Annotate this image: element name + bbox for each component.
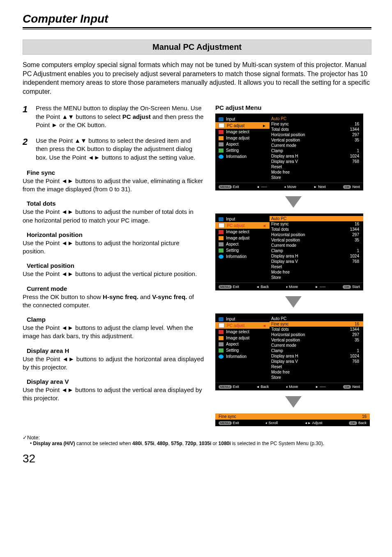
pc-icon <box>219 123 224 128</box>
value-row: Total dots1344 <box>271 127 359 132</box>
arrow-down-icon <box>285 296 302 308</box>
value-row: Display area H1024 <box>271 153 359 159</box>
text: Use the Point ◄► buttons to adjust the h… <box>23 239 204 256</box>
page-number: 32 <box>23 452 371 465</box>
menu-item: Image adjust <box>215 335 270 341</box>
note-heading: ✓Note: <box>23 434 371 441</box>
heading-clamp: Clamp <box>27 316 204 323</box>
value-row: Fine sync16 <box>271 121 359 127</box>
value-row: Store <box>271 175 359 180</box>
section-header: Manual PC Adjustment <box>23 39 371 55</box>
value-row: Reset <box>271 264 359 269</box>
menu-item-aspect: Aspect <box>215 141 270 147</box>
text: Use the Point ◄► buttons to adjust the c… <box>23 324 204 341</box>
value-row: Reset <box>271 164 359 169</box>
heading-display-area-h: Display area H <box>27 347 204 354</box>
step-text: Use the Point ▲▼ buttons to select the d… <box>36 137 204 162</box>
value-row: Vertical position35 <box>271 137 359 143</box>
text: Use the Point ◄► buttons to adjust the v… <box>23 177 204 194</box>
right-column: PC adjust Menu Input PC adjust► Image se… <box>215 104 371 426</box>
ok-key-icon: OK <box>343 185 351 189</box>
menu-item: Aspect <box>215 341 270 347</box>
menu-item-selected: PC adjust◄ <box>215 222 270 229</box>
menu-item: Input <box>215 216 270 222</box>
heading-display-area-v: Display area V <box>27 378 204 385</box>
menu-item-image-select: Image select <box>215 129 270 135</box>
menu-item-pc-adjust: PC adjust► <box>215 122 270 129</box>
arrow-down-icon <box>285 196 302 208</box>
value-row: Clamp1 <box>271 148 359 153</box>
value-row: Total dots1344 <box>271 327 359 332</box>
input-icon <box>219 117 224 121</box>
value-row: Total dots1344 <box>271 227 359 232</box>
left-column: 1 Press the MENU button to display the O… <box>23 104 204 426</box>
menu-item-input: Input <box>215 116 270 122</box>
value-row: Display area V768 <box>271 259 359 264</box>
value-row: Clamp1 <box>271 348 359 353</box>
value-row: Fine sync16 <box>270 321 363 327</box>
value-row: Clamp1 <box>271 248 359 253</box>
heading-total-dots: Total dots <box>27 200 204 207</box>
value-row: Vertical position35 <box>271 237 359 243</box>
menu-key-icon: MENU <box>219 185 232 189</box>
value-row: Display area V768 <box>271 159 359 164</box>
value-row: Display area H1024 <box>271 353 359 359</box>
menu-item: Image select <box>215 329 270 335</box>
heading-fine-sync: Fine sync <box>27 169 204 176</box>
osd-menu-2: Input PC adjust◄ Image select Image adju… <box>215 214 363 290</box>
page-title: Computer Input <box>23 12 371 26</box>
text: Use the Point ◄► buttons to adjust the n… <box>23 208 204 225</box>
menu-item-selected: PC adjust◄ <box>215 322 270 329</box>
menu-item: Image select <box>215 229 270 235</box>
value-row: Horizontal position297 <box>271 332 359 337</box>
text: Use the Point ◄► buttons to adjust the h… <box>23 355 204 372</box>
menu-item: Information <box>215 353 270 360</box>
menu-item: Aspect <box>215 241 270 247</box>
menu-item-setting: Setting <box>215 147 270 153</box>
value-row: Auto PC <box>270 216 363 221</box>
value-row: Fine sync16 <box>271 221 359 227</box>
text: Use the Point ◄► buttons to adjust the v… <box>23 270 204 278</box>
note: ✓Note: • Display area (H/V) cannot be se… <box>23 434 371 446</box>
heading-vertical-position: Vertical position <box>27 262 204 269</box>
value-row: Mode free <box>271 369 359 375</box>
aspect-icon <box>219 142 224 146</box>
value-row: Store <box>271 375 359 380</box>
text: Use the Point ◄► buttons to adjust the v… <box>23 386 204 403</box>
image-adjust-icon <box>219 136 224 140</box>
text: Press the OK button to show H-sync freq.… <box>23 293 204 310</box>
menu-item: Image adjust <box>215 235 270 241</box>
value-row: Auto PC <box>271 116 359 121</box>
adjust-bar-footer: MENUExit ♦Scroll ◄►Adjust OKBack <box>215 420 370 426</box>
value-row: Current mode <box>271 143 359 148</box>
menu-item: Input <box>215 316 270 322</box>
setting-icon <box>219 149 224 153</box>
value-row: Display area H1024 <box>271 253 359 259</box>
menu-item: Information <box>215 253 270 260</box>
rule-thin <box>23 29 371 30</box>
value-row: Auto PC <box>271 316 359 321</box>
image-select-icon <box>219 130 224 134</box>
menu-item-image-adjust: Image adjust <box>215 135 270 141</box>
info-icon <box>219 155 224 159</box>
step-text: Press the MENU button to display the On-… <box>36 104 204 129</box>
intro-text: Some computers employ special signal for… <box>23 60 371 96</box>
value-row: Mode free <box>271 169 359 175</box>
value-row: Current mode <box>271 343 359 348</box>
adjust-bar: Fine sync16 <box>215 413 370 420</box>
menu-item: Setting <box>215 347 270 353</box>
value-row: Current mode <box>271 243 359 248</box>
rule-thick <box>23 27 371 28</box>
value-row: Vertical position35 <box>271 337 359 343</box>
value-row: Horizontal position297 <box>271 232 359 237</box>
value-row: Reset <box>271 364 359 369</box>
menu-item-information: Information <box>215 153 270 160</box>
step-number: 2 <box>23 137 30 162</box>
osd-menu-3: Input PC adjust◄ Image select Image adju… <box>215 313 363 390</box>
step-2: 2 Use the Point ▲▼ buttons to select the… <box>23 137 204 162</box>
value-row: Store <box>271 275 359 280</box>
heading-horizontal-position: Horizontal position <box>27 231 204 238</box>
menu-title: PC adjust Menu <box>215 104 371 111</box>
menu-item: Setting <box>215 247 270 253</box>
value-row: Horizontal position297 <box>271 132 359 137</box>
